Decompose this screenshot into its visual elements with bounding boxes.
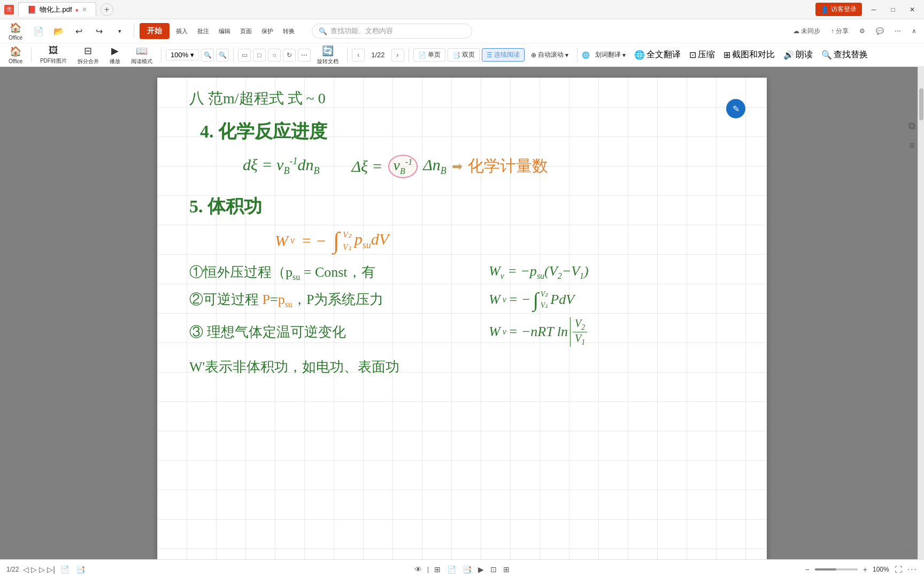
find-replace-button[interactable]: 🔍 查找替换 bbox=[818, 48, 871, 62]
single-page-button[interactable]: 📄 单页 bbox=[413, 48, 445, 62]
rotate-tool[interactable]: ↻ bbox=[283, 49, 296, 62]
scroll-thumb[interactable] bbox=[919, 88, 923, 120]
item2-text: ②可逆过程 P=psu，P为系统压力 bbox=[189, 290, 467, 309]
rect-tool[interactable]: □ bbox=[253, 49, 266, 62]
collapse-icon: ∧ bbox=[912, 27, 917, 35]
search-box[interactable]: 🔍 查找功能、文档内容 bbox=[312, 24, 472, 39]
chat-button[interactable]: 💬 bbox=[873, 26, 887, 36]
continuous-button[interactable]: ☰ 连续阅读 bbox=[482, 48, 525, 62]
pdf-to-img-button[interactable]: 🖼 PDF转图片 bbox=[36, 44, 71, 66]
rotate-doc-button[interactable]: 🔄 旋转文档 bbox=[313, 44, 343, 66]
window-icon: 壳 bbox=[4, 5, 14, 14]
nav-next-button[interactable]: › bbox=[391, 49, 404, 62]
rotate-doc-label: 旋转文档 bbox=[317, 58, 338, 65]
zoom-out-button[interactable]: 🔍 bbox=[201, 49, 214, 62]
share-button[interactable]: ↑ 分享 bbox=[828, 25, 852, 37]
zoom-control[interactable]: 100% ▾ bbox=[166, 49, 199, 60]
zoom-slider[interactable] bbox=[815, 568, 858, 571]
office-button[interactable]: 🏠 Office bbox=[4, 21, 27, 42]
screenshot-icon: ⊞ bbox=[723, 50, 730, 60]
section4-title: 4. 化学反应进度 bbox=[200, 119, 745, 144]
more-quick-button[interactable]: ▾ bbox=[111, 27, 128, 36]
auto-scroll-button[interactable]: ⊕ 自动滚动 ▾ bbox=[527, 49, 573, 61]
full-translate-button[interactable]: 🌐 全文翻译 bbox=[631, 48, 684, 62]
more-options-button[interactable]: ⋯ bbox=[891, 26, 904, 36]
circle-tool[interactable]: ○ bbox=[268, 49, 281, 62]
settings-icon-button[interactable]: ⚙ bbox=[856, 26, 868, 36]
play-button[interactable]: ▶ 播放 bbox=[105, 44, 125, 66]
auto-scroll-dropdown: ▾ bbox=[565, 51, 568, 59]
comment-button[interactable]: 批注 bbox=[194, 26, 212, 36]
fit-width-button[interactable]: ⊞ bbox=[502, 564, 511, 575]
section5: 5. 体积功 Wv = − ∫ V₂ V₁ psudV bbox=[189, 194, 745, 376]
redo-button[interactable]: ↪ bbox=[91, 25, 108, 37]
new-file-button[interactable]: 📄 bbox=[30, 25, 47, 37]
fit-page-button[interactable]: ⊡ bbox=[489, 564, 498, 575]
translate-icon: 🌐 bbox=[582, 51, 590, 59]
pdf-tab-icon: 📕 bbox=[27, 5, 36, 14]
zoom-in-status-button[interactable]: + bbox=[862, 564, 868, 575]
eye-icon[interactable]: 👁 bbox=[413, 564, 423, 575]
zoom-in-button[interactable]: 🔍 bbox=[216, 49, 229, 62]
sidebar-settings-icon[interactable]: ≡ bbox=[909, 140, 915, 151]
collapse-toolbar-button[interactable]: ∧ bbox=[908, 26, 920, 36]
thumbnail-view-button[interactable]: ⊞ bbox=[433, 564, 442, 575]
user-icon: 👤 bbox=[821, 6, 829, 13]
nav-last-button[interactable]: ▷| bbox=[47, 565, 55, 574]
office-section-button[interactable]: 🏠 Office bbox=[4, 44, 27, 65]
split-merge-button[interactable]: ⊟ 拆分合并 bbox=[73, 44, 103, 66]
play-status-button[interactable]: ▶ bbox=[477, 564, 485, 575]
pdf-tab[interactable]: 📕 物化上.pdf ● ✕ bbox=[18, 2, 96, 17]
read-mode-button[interactable]: 📖 阅读模式 bbox=[127, 44, 157, 66]
close-button[interactable]: ✕ bbox=[905, 2, 920, 17]
new-tab-button[interactable]: + bbox=[101, 3, 113, 16]
tab-close-icon[interactable]: ✕ bbox=[82, 6, 87, 13]
toolbar-right-buttons: ☁ 未同步 ↑ 分享 ⚙ 💬 ⋯ ∧ bbox=[790, 25, 920, 37]
double-page-button[interactable]: 📑 双页 bbox=[448, 48, 480, 62]
screenshot-button[interactable]: ⊞ 截图和对比 bbox=[720, 48, 778, 62]
nav-first-button[interactable]: ◁ bbox=[23, 565, 29, 574]
status-right: − + 100% ⛶ ··· bbox=[614, 564, 918, 575]
full-translate-icon: 🌐 bbox=[634, 50, 645, 60]
page-layout-button[interactable]: 📑 bbox=[75, 564, 86, 575]
login-button[interactable]: 👤 访客登录 bbox=[815, 3, 862, 16]
scrollbar[interactable] bbox=[918, 67, 924, 559]
edit-button[interactable]: 编辑 bbox=[215, 26, 234, 36]
protect-button[interactable]: 保护 bbox=[258, 26, 276, 36]
undo-icon: ↩ bbox=[75, 26, 82, 36]
read-aloud-button[interactable]: 🔊 朗读 bbox=[780, 48, 816, 62]
nav-prev-status-button[interactable]: ▷ bbox=[31, 565, 37, 574]
undo-button[interactable]: ↩ bbox=[71, 25, 88, 37]
zoom-dropdown-icon[interactable]: ▾ bbox=[190, 51, 194, 59]
zoom-out-status-button[interactable]: − bbox=[804, 564, 811, 575]
insert-button[interactable]: 插入 bbox=[173, 26, 191, 36]
pdf-page: ✎ 八 范m/超程式 式 ~ 0 4. 化学反应进度 dξ = νB-1dnB bbox=[157, 78, 767, 559]
office-section-icon: 🏠 bbox=[10, 45, 21, 57]
header-formula: 八 范m/超程式 式 ~ 0 bbox=[189, 88, 745, 109]
fullscreen-button[interactable]: ⛶ bbox=[894, 564, 903, 575]
sidebar-adjust-icon[interactable]: ⧉ bbox=[908, 120, 915, 132]
nav-prev-button[interactable]: ‹ bbox=[352, 49, 365, 62]
kai-shi-button[interactable]: 开始 bbox=[140, 23, 170, 39]
select-tool[interactable]: ▭ bbox=[238, 49, 251, 62]
section4: 4. 化学反应进度 dξ = νB-1dnB Δξ = νB bbox=[200, 119, 745, 178]
formula4a: dξ = νB-1dnB bbox=[243, 156, 319, 177]
convert-button[interactable]: 转换 bbox=[280, 26, 298, 36]
compress-button[interactable]: ⊡ 压缩 bbox=[686, 48, 718, 62]
item1-formula: Wv = −psu(V2−V1) bbox=[489, 263, 589, 281]
minimize-button[interactable]: ─ bbox=[866, 2, 881, 17]
nav-next-status-button[interactable]: ▷ bbox=[39, 565, 45, 574]
page-fit-button[interactable]: 📄 bbox=[59, 564, 71, 575]
separator-2 bbox=[31, 48, 32, 63]
pdf-viewer[interactable]: ✎ 八 范m/超程式 式 ~ 0 4. 化学反应进度 dξ = νB-1dnB bbox=[0, 67, 924, 559]
open-file-button[interactable]: 📂 bbox=[50, 25, 67, 37]
dual-page-button[interactable]: 📑 bbox=[461, 564, 473, 575]
maximize-button[interactable]: □ bbox=[886, 2, 900, 17]
status-bar: 1/22 ◁ ▷ ▷ ▷| 📄 📑 👁 | ⊞ 📄 📑 ▶ ⊡ ⊞ − + 10… bbox=[0, 559, 924, 578]
page-preview-button[interactable]: 📄 bbox=[446, 564, 457, 575]
redo-icon: ↪ bbox=[96, 26, 103, 36]
unsaved-button[interactable]: ☁ 未同步 bbox=[790, 25, 823, 37]
more-tools[interactable]: ⋯ bbox=[298, 49, 311, 62]
word-translate-button[interactable]: 划词翻译 ▾ bbox=[592, 49, 629, 60]
page-button[interactable]: 页面 bbox=[237, 26, 255, 36]
